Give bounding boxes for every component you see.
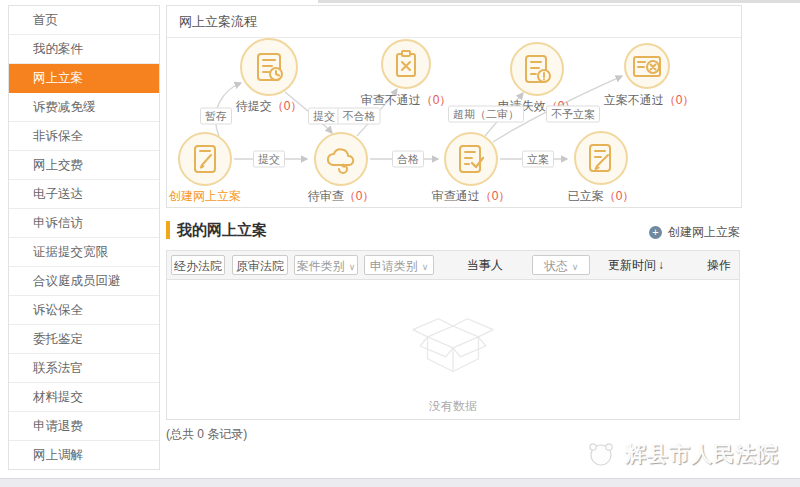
flow-label-filed[interactable]: 已立案（0） <box>568 188 635 205</box>
flow-node-pending-review[interactable] <box>314 132 368 186</box>
flow-label-create-filing[interactable]: 创建网上立案 <box>169 188 241 205</box>
pending-review-count: （0） <box>344 189 375 203</box>
status-dropdown[interactable]: 状态∨ <box>532 255 590 275</box>
sort-desc-icon: ↓ <box>658 258 664 272</box>
filing-process-panel: 网上立案流程 <box>166 5 742 208</box>
flow-label-not-filed[interactable]: 立案不通过（0） <box>604 92 695 109</box>
sidebar-item-home[interactable]: 首页 <box>9 6 159 35</box>
card-pencil-icon <box>189 143 221 175</box>
card-x-icon <box>632 51 662 81</box>
total-records-text: (总共 0 条记录) <box>166 426 247 443</box>
review-passed-count: （0） <box>480 189 511 203</box>
create-filing-link[interactable]: + 创建网上立案 <box>649 224 740 241</box>
cloud-sync-icon <box>324 142 358 176</box>
sidebar-item-panel-recusal[interactable]: 合议庭成员回避 <box>9 267 159 296</box>
edge-label-submit-mid: 提交 <box>253 151 285 168</box>
sidebar-item-appeal-petition[interactable]: 申诉信访 <box>9 209 159 238</box>
sidebar-item-entrusted-appraisal[interactable]: 委托鉴定 <box>9 325 159 354</box>
flow-node-filed[interactable] <box>574 131 628 185</box>
flow-label-review-failed[interactable]: 审查不通过（0） <box>361 92 452 109</box>
flow-label-pending-review[interactable]: 待审查（0） <box>308 188 375 205</box>
sidebar-item-fee-reduction[interactable]: 诉费减免缓 <box>9 93 159 122</box>
flow-node-create-filing[interactable] <box>178 132 232 186</box>
clipboard-x-icon <box>391 49 421 79</box>
chevron-down-icon: ∨ <box>422 262 429 272</box>
case-list-filter-bar: 经办法院 原审法院 案件类别∨ 申请类别∨ 当事人 状态∨ 更新时间↓ 操作 <box>166 250 740 280</box>
flow-label-pending-submit[interactable]: 待提交（0） <box>236 98 303 115</box>
create-filing-link-label: 创建网上立案 <box>668 224 740 241</box>
review-failed-count: （0） <box>421 93 452 107</box>
sidebar-item-litigation-preservation[interactable]: 诉讼保全 <box>9 296 159 325</box>
document-check-icon <box>455 143 487 175</box>
chevron-down-icon: ∨ <box>349 262 356 272</box>
flow-node-review-failed[interactable] <box>381 39 431 89</box>
flow-label-review-passed[interactable]: 审查通过（0） <box>432 188 511 205</box>
original-court-filter-button[interactable]: 原审法院 <box>232 255 288 275</box>
sidebar-item-evidence-grace[interactable]: 证据提交宽限 <box>9 238 159 267</box>
my-cases-title: 我的网上立案 <box>177 221 267 240</box>
empty-state-text: 没有数据 <box>407 398 499 415</box>
apply-category-dropdown[interactable]: 申请类别∨ <box>364 255 434 275</box>
sidebar-item-online-payment[interactable]: 网上交费 <box>9 151 159 180</box>
flow-node-pending-submit[interactable] <box>240 38 298 96</box>
sidebar-item-material-submission[interactable]: 材料提交 <box>9 383 159 412</box>
party-column-header: 当事人 <box>462 257 508 274</box>
court-logo-icon <box>583 438 617 470</box>
handling-court-filter-button[interactable]: 经办法院 <box>171 255 225 275</box>
document-alert-icon <box>521 53 553 85</box>
bottom-status-strip <box>0 478 800 487</box>
sidebar-item-online-filing[interactable]: 网上立案 <box>9 64 159 93</box>
sidebar-item-electronic-delivery[interactable]: 电子送达 <box>9 180 159 209</box>
edge-label-file: 立案 <box>522 151 554 168</box>
update-time-sort-header[interactable]: 更新时间↓ <box>605 257 667 274</box>
watermark-text: 辉县市人民法院 <box>625 440 779 468</box>
court-watermark: 辉县市人民法院 <box>583 438 779 470</box>
document-edit-icon <box>585 142 617 174</box>
empty-box-icon <box>407 306 499 386</box>
sidebar-item-my-cases[interactable]: 我的案件 <box>9 35 159 64</box>
my-cases-header: 我的网上立案 + 创建网上立案 <box>166 220 742 242</box>
sidebar-item-refund-application[interactable]: 申请退费 <box>9 412 159 441</box>
chevron-down-icon: ∨ <box>572 262 579 272</box>
case-list-body: 没有数据 <box>166 280 740 420</box>
section-accent-bar <box>166 221 170 239</box>
action-column-header: 操作 <box>699 257 739 274</box>
plus-circle-icon: + <box>649 226 662 239</box>
empty-state: 没有数据 <box>407 306 499 415</box>
edge-label-unqualified: 不合格 <box>338 108 381 125</box>
case-category-dropdown[interactable]: 案件类别∨ <box>294 255 358 275</box>
sidebar-item-online-mediation[interactable]: 网上调解 <box>9 441 159 469</box>
flow-node-not-filed[interactable] <box>624 43 670 89</box>
window-top-edge <box>318 0 800 3</box>
flow-node-expired[interactable] <box>510 42 564 96</box>
pending-submit-count: （0） <box>272 99 303 113</box>
filed-count: （0） <box>604 189 635 203</box>
edge-label-save-draft: 暂存 <box>200 108 232 125</box>
edge-label-submit-top: 提交 <box>308 108 340 125</box>
document-clock-icon <box>252 50 286 84</box>
sidebar-item-non-litigation-preservation[interactable]: 非诉保全 <box>9 122 159 151</box>
sidebar-menu: 首页 我的案件 网上立案 诉费减免缓 非诉保全 网上交费 电子送达 申诉信访 证… <box>8 5 160 470</box>
not-filed-count: （0） <box>664 93 695 107</box>
flow-node-review-passed[interactable] <box>444 132 498 186</box>
edge-label-overdue: 超期（二审） <box>448 106 524 123</box>
sidebar-item-contact-judge[interactable]: 联系法官 <box>9 354 159 383</box>
edge-label-no-filing: 不予立案 <box>546 106 600 123</box>
edge-label-qualified: 合格 <box>392 151 424 168</box>
